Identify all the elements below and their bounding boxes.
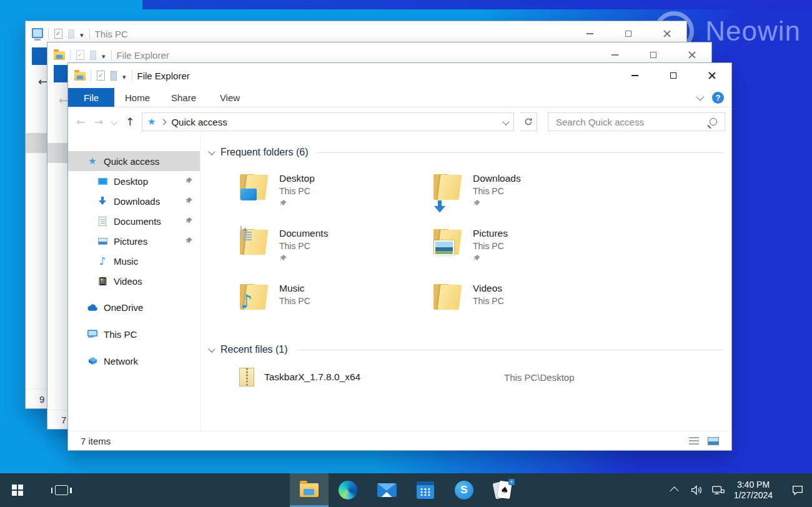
properties-check-icon[interactable] — [76, 50, 84, 60]
folder-tile-videos[interactable]: Videos This PC — [433, 282, 626, 327]
folder-tile-downloads[interactable]: Downloads This PC — [433, 172, 626, 217]
sidebar-item-onedrive[interactable]: OneDrive — [68, 297, 200, 317]
music-note-icon: ♪ — [240, 293, 252, 310]
thumbnail-view-icon[interactable] — [708, 437, 719, 445]
expand-ribbon-chevron-icon[interactable] — [696, 92, 705, 101]
customize-toolbar-caret-icon[interactable] — [80, 29, 84, 39]
tab-file[interactable]: File — [68, 88, 114, 107]
collapse-chevron-icon[interactable] — [208, 148, 215, 155]
details-view-icon[interactable] — [689, 437, 699, 445]
close-button[interactable] — [693, 63, 731, 88]
back-arrow-icon[interactable]: ← — [59, 94, 68, 107]
breadcrumb-location[interactable]: Quick access — [171, 117, 227, 127]
address-dropdown-chevron-icon[interactable] — [502, 118, 509, 125]
sidebar-item-pictures[interactable]: Pictures — [68, 231, 200, 251]
recent-file-name: TaskbarX_1.7.8.0_x64 — [264, 372, 484, 383]
sidebar-item-videos[interactable]: Videos — [68, 271, 200, 291]
breadcrumb-chevron-icon[interactable] — [161, 119, 167, 125]
back-arrow-icon[interactable]: ← — [38, 75, 47, 88]
frequent-folders-header[interactable]: Frequent folders (6) — [201, 147, 731, 158]
divider — [89, 28, 90, 39]
collapse-chevron-icon[interactable] — [208, 345, 215, 352]
frequent-folders-grid: Desktop This PC Downloads This PC — [239, 172, 731, 327]
file-explorer-icon — [300, 483, 319, 497]
hidden-icons-button[interactable] — [666, 473, 685, 507]
tab-share[interactable]: Share — [161, 88, 207, 107]
taskbar-clock[interactable]: 3:40 PM 1/27/2024 — [730, 480, 777, 501]
pin-icon — [185, 237, 194, 245]
tab-view[interactable]: View — [207, 88, 253, 107]
help-icon[interactable] — [712, 92, 724, 104]
folder-location: This PC — [473, 240, 508, 252]
sidebar-item-music[interactable]: Music — [68, 251, 200, 271]
picture-icon — [97, 236, 108, 246]
pin-icon — [185, 217, 194, 225]
frequent-folders-title: Frequent folders (6) — [220, 147, 309, 158]
recent-file-location: This PC\Desktop — [504, 372, 575, 383]
sidebar-item-desktop[interactable]: Desktop — [68, 171, 200, 191]
search-magnifier-icon[interactable] — [710, 118, 717, 126]
network-icon — [711, 483, 725, 497]
maximize-button[interactable] — [654, 63, 693, 88]
titlebar[interactable]: File Explorer — [68, 63, 731, 88]
recent-locations-chevron-icon[interactable] — [111, 118, 117, 125]
folder-name: Downloads — [473, 172, 521, 185]
properties-check-icon[interactable] — [97, 71, 105, 81]
sidebar-item-downloads[interactable]: Downloads — [68, 191, 200, 211]
new-folder-icon[interactable] — [68, 29, 74, 39]
sidebar-item-this-pc[interactable]: This PC — [68, 324, 200, 344]
back-arrow-icon[interactable]: ← — [74, 116, 87, 128]
forward-arrow-icon[interactable]: → — [92, 116, 105, 128]
new-folder-icon[interactable] — [111, 71, 117, 81]
folder-location: This PC — [279, 185, 315, 197]
volume-button[interactable] — [687, 473, 706, 507]
system-tray: 3:40 PM 1/27/2024 — [666, 473, 812, 507]
minimize-button[interactable] — [615, 63, 654, 88]
folder-icon — [239, 172, 269, 200]
download-arrow-icon — [97, 196, 108, 206]
star-icon — [87, 156, 98, 166]
computer-icon — [87, 329, 98, 339]
folder-icon: ♪ — [239, 282, 269, 310]
window-title: File Explorer — [137, 71, 190, 81]
taskbar-app-edge[interactable] — [329, 473, 367, 507]
taskbar-app-mail[interactable] — [367, 473, 406, 507]
customize-toolbar-caret-icon[interactable] — [122, 71, 126, 81]
sidebar-item-quick-access[interactable]: Quick access — [68, 151, 200, 171]
task-view-button[interactable] — [46, 473, 76, 507]
sidebar-item-documents[interactable]: Documents — [68, 211, 200, 231]
folder-tile-pictures[interactable]: Pictures This PC — [433, 227, 626, 272]
properties-check-icon[interactable] — [54, 29, 62, 39]
neowin-logo-text: Neowin — [705, 16, 801, 47]
taskbar-app-solitaire[interactable] — [483, 473, 522, 507]
taskbar-app-file-explorer[interactable] — [290, 473, 329, 507]
sidebar-item-label: This PC — [104, 329, 137, 340]
folder-location: This PC — [473, 185, 521, 197]
taskbar-app-skype[interactable] — [445, 473, 483, 507]
tab-home[interactable]: Home — [114, 88, 161, 107]
action-center-button[interactable] — [788, 473, 807, 507]
taskbar-app-calendar[interactable] — [406, 473, 445, 507]
folder-tile-music[interactable]: ♪ Music This PC — [239, 282, 433, 327]
pin-icon — [473, 254, 482, 263]
search-box[interactable] — [548, 112, 725, 131]
address-bar[interactable]: Quick access — [142, 112, 514, 131]
pin-icon — [279, 199, 288, 208]
recent-file-row[interactable]: TaskbarX_1.7.8.0_x64 This PC\Desktop — [239, 368, 731, 386]
divider — [111, 49, 112, 61]
window-file-explorer[interactable]: File Explorer File Home Share View ← → ↑ — [67, 62, 732, 451]
folder-tile-documents[interactable]: Documents This PC — [239, 227, 433, 272]
refresh-button[interactable] — [520, 112, 537, 131]
recent-files-header[interactable]: Recent files (1) — [201, 344, 731, 355]
network-button[interactable] — [708, 473, 727, 507]
window-title: This PC — [95, 29, 128, 39]
start-button[interactable] — [2, 473, 32, 507]
up-arrow-icon[interactable]: ↑ — [124, 116, 136, 128]
sidebar-item-network[interactable]: Network — [68, 351, 200, 371]
task-view-icon — [55, 485, 68, 495]
customize-toolbar-caret-icon[interactable] — [102, 50, 106, 61]
folder-tile-desktop[interactable]: Desktop This PC — [239, 172, 433, 217]
new-folder-icon[interactable] — [90, 51, 96, 60]
sidebar-item-label: OneDrive — [104, 302, 143, 313]
search-input[interactable] — [555, 116, 710, 128]
